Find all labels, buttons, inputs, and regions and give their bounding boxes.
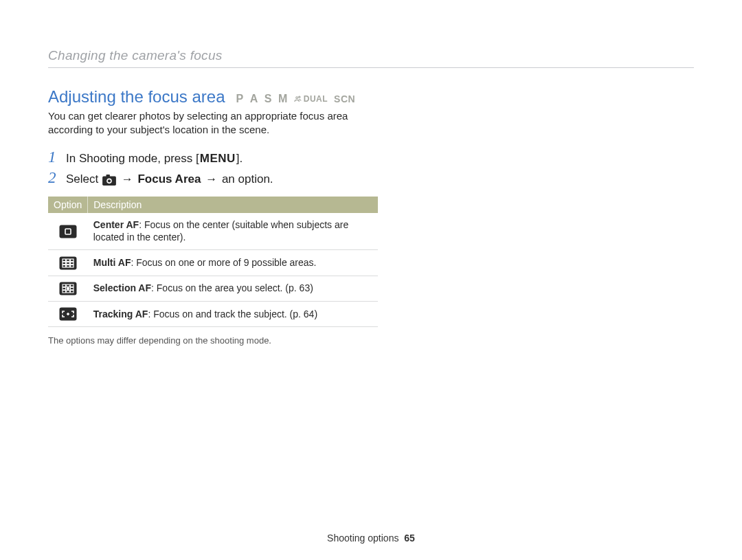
heading-row: Adjusting the focus area P A S M DUAL SC…	[48, 87, 694, 107]
multi-af-icon	[48, 250, 88, 276]
table-cell-description: Tracking AF: Focus on and track the subj…	[88, 301, 378, 326]
focus-area-options-table: Option Description Center AF: Focus on t…	[48, 197, 378, 328]
manual-page: Changing the camera's focus Adjusting th…	[0, 0, 742, 560]
step-text: Select → Focus Area → an option.	[66, 172, 273, 187]
option-desc: : Focus on and track the subject. (p. 64…	[148, 309, 317, 320]
mode-m-icon: M	[278, 93, 288, 105]
option-name: Center AF	[93, 219, 139, 230]
mode-a-icon: A	[250, 93, 258, 105]
menu-button-icon: MENU	[199, 152, 236, 166]
step-1-text-a: In Shooting mode, press [	[66, 152, 199, 165]
mode-indicator-group: P A S M DUAL SCN	[236, 93, 356, 105]
steps-list: 1 In Shooting mode, press [MENU]. 2 Sele…	[48, 148, 694, 187]
footnote: The options may differ depending on the …	[48, 335, 694, 346]
step-2-text-a: Select	[66, 172, 102, 186]
option-name: Selection AF	[93, 282, 151, 293]
mode-s-icon: S	[265, 93, 272, 105]
arrow-right-icon: →	[204, 172, 218, 186]
table-row: Center AF: Focus on the center (suitable…	[48, 213, 378, 250]
step-2: 2 Select → Focus Area → an option.	[48, 169, 694, 187]
table-row: Multi AF: Focus on one or more of 9 poss…	[48, 250, 378, 276]
option-desc: : Focus on one or more of 9 possible are…	[131, 257, 316, 268]
table-cell-description: Center AF: Focus on the center (suitable…	[88, 213, 378, 250]
table-row: Selection AF: Focus on the area you sele…	[48, 276, 378, 301]
camera-icon	[102, 172, 117, 186]
table-cell-description: Multi AF: Focus on one or more of 9 poss…	[88, 250, 378, 276]
svg-point-0	[295, 97, 297, 99]
svg-rect-8	[59, 256, 76, 269]
mode-p-icon: P	[236, 93, 244, 105]
page-title: Adjusting the focus area	[48, 87, 225, 107]
mode-scn-icon: SCN	[334, 93, 355, 104]
svg-rect-6	[59, 225, 76, 238]
step-1-text-b: ].	[236, 152, 243, 165]
mode-dual-label: DUAL	[304, 94, 328, 104]
svg-rect-27	[67, 287, 70, 290]
option-name: Tracking AF	[93, 309, 148, 320]
page-number: 65	[404, 533, 415, 544]
footer-section: Shooting options	[327, 533, 398, 544]
step-1: 1 In Shooting mode, press [MENU].	[48, 148, 694, 166]
option-desc: : Focus on the area you select. (p. 63)	[151, 282, 313, 293]
step-2-text-b: an option.	[222, 172, 273, 186]
table-row: Tracking AF: Focus on and track the subj…	[48, 301, 378, 326]
step-number: 2	[48, 169, 58, 187]
divider	[48, 67, 694, 68]
intro-text: You can get clearer photos by selecting …	[48, 109, 392, 137]
table-header-row: Option Description	[48, 197, 378, 213]
svg-point-5	[108, 179, 111, 182]
center-af-icon	[48, 213, 88, 250]
col-header-option: Option	[48, 197, 88, 213]
step-text: In Shooting mode, press [MENU].	[66, 152, 243, 166]
mode-dual-icon: DUAL	[294, 94, 328, 104]
arrow-right-icon: →	[120, 172, 135, 186]
col-header-description: Description	[88, 197, 378, 213]
option-name: Multi AF	[93, 257, 131, 268]
page-footer: Shooting options 65	[0, 533, 742, 544]
step-number: 1	[48, 148, 58, 166]
focus-area-label: Focus Area	[137, 172, 201, 186]
svg-point-1	[298, 96, 300, 98]
table-cell-description: Selection AF: Focus on the area you sele…	[88, 276, 378, 301]
tracking-af-icon	[48, 301, 88, 326]
selection-af-icon	[48, 276, 88, 301]
breadcrumb: Changing the camera's focus	[48, 48, 694, 63]
svg-rect-3	[106, 174, 109, 177]
